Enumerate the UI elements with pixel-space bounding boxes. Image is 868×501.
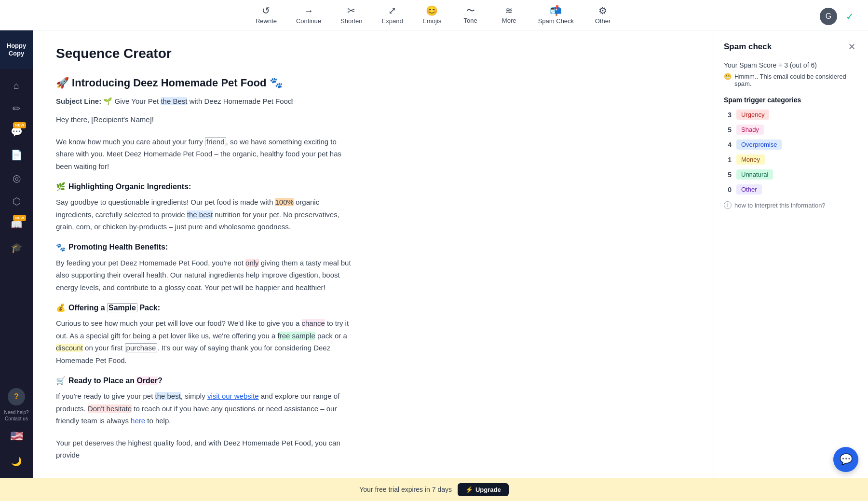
target-icon: ◎ [13,172,21,184]
toolbar-spamcheck-label: Spam Check [538,17,574,25]
toolbar-rewrite-label: Rewrite [256,17,277,25]
toolbar-expand-button[interactable]: ⤢ Expand [372,2,413,28]
check-button[interactable]: ✓ [841,8,858,25]
s3-hl5: purchase [125,343,158,352]
s4-hl3: Don't hesitate [88,404,132,413]
toolbar-tone-button[interactable]: 〜 Tone [451,2,490,28]
s3-hl3: free sample [278,332,315,340]
user-avatar-button[interactable]: G [820,8,837,25]
s1-hl2: the best [187,210,213,219]
sidebar-item-target[interactable]: ◎ [6,167,27,189]
section1-para: Say goodbye to questionable ingredients!… [56,196,355,233]
sidebar-item-team[interactable]: ⬡ [6,191,27,212]
section4-heading: 🛒 Ready to Place an Order? [56,376,355,385]
s2-hl: only [245,259,259,267]
team-icon: ⬡ [13,195,21,207]
toolbar-rewrite-button[interactable]: ↺ Rewrite [246,2,286,28]
logo-text: HoppyCopy [7,42,26,57]
chat-widget-icon: 💬 [840,453,853,466]
s4-hl2: visit our website [207,392,259,400]
spam-panel: Spam check ✕ Your Spam Score = 3 (out of… [714,30,868,478]
s3t3: pack or a [315,332,347,340]
section1-heading: 🌿 Highlighting Organic Ingredients: [56,182,355,191]
email-section: Sequence Creator 🚀 Introducing Deez Home… [56,46,355,461]
subject-icon: 🌱 [103,97,112,105]
section3-heading: 💰 Offering a Sample Pack: [56,303,355,312]
spam-category-row: 4 Overpromise [724,139,858,150]
spam-category-tag: Overpromise [736,139,782,150]
s4t2: , simply [181,392,207,400]
toolbar-other-button[interactable]: ⚙ Other [583,2,622,28]
top-right-actions: G ✓ [820,8,858,25]
s4h2: ? [158,376,163,385]
spam-note-text: Hmmm.. This email could be considered sp… [734,73,858,87]
spam-panel-title: Spam check [724,42,772,52]
toolbar-emojis-button[interactable]: 😊 Emojis [413,2,451,28]
section2-heading: 🐾 Promoting Health Benefits: [56,243,355,252]
sidebar-item-edit[interactable]: ✏ [6,98,27,119]
spam-info-row[interactable]: i how to interpret this information? [724,201,858,209]
expand-icon: ⤢ [388,6,396,15]
home-icon: ⌂ [14,80,19,91]
sidebar-item-book[interactable]: 📖 NEW [6,214,27,235]
trial-text: Your free trial expires in 7 days [359,486,452,493]
spam-category-count: 3 [724,111,732,119]
edit-icon: ✏ [13,103,21,114]
sidebar-bottom: ? Need help? Contact us 🇺🇸 🌙 [4,382,28,478]
sidebar-item-flag[interactable]: 🇺🇸 [6,426,27,447]
spam-panel-header: Spam check ✕ [724,40,858,54]
app-logo[interactable]: HoppyCopy [0,30,33,69]
spam-note-icon: 😬 [724,73,732,80]
spam-category-count: 1 [724,156,732,164]
sidebar-item-home[interactable]: ⌂ [6,75,27,96]
s3t1: Curious to see how much your pet will lo… [56,319,302,327]
section3-icon: 💰 [56,303,66,312]
section1-icon: 🌿 [56,182,66,191]
upgrade-label: Upgrade [475,486,501,493]
chat-widget[interactable]: 💬 [833,447,858,472]
section3-heading-text: Offering a Sample Pack: [68,304,160,312]
s3t4: on your first [83,344,125,352]
spam-category-tag: Money [736,154,765,165]
s1t1: Say goodbye to questionable ingredients!… [56,198,275,206]
toolbar-shorten-label: Shorten [340,17,363,25]
s4-hl: Order [136,376,158,385]
s3-hl4: discount [56,344,83,352]
section2-heading-text: Promoting Health Benefits: [68,243,168,251]
sidebar-item-cap[interactable]: 🎓 [6,237,27,258]
s2t1: By feeding your pet Deez Homemade Pet Fo… [56,259,245,267]
spam-category-tag: Urgency [736,110,769,120]
greeting: Hey there, [Recipient's Name]! [56,113,355,126]
spam-panel-close[interactable]: ✕ [845,40,858,54]
toolbar-spamcheck-button[interactable]: 📬 Spam Check [529,2,583,28]
doc-icon: 📄 [11,149,23,161]
upgrade-icon: ⚡ [465,486,473,493]
help-text[interactable]: ? [8,388,25,405]
sidebar-nav: ⌂ ✏ 💬 NEW 📄 ◎ ⬡ 📖 NEW 🎓 [6,69,27,382]
section2-para: By feeding your pet Deez Homemade Pet Fo… [56,257,355,294]
toolbar-more-button[interactable]: ≋ More [490,2,529,28]
s4t1: If you're ready to give your pet [56,392,155,400]
sidebar-item-chat[interactable]: 💬 NEW [6,121,27,142]
friend-highlight: friend [205,137,226,146]
spam-note: 😬 Hmmm.. This email could be considered … [724,73,858,87]
help-contact[interactable]: Need help? Contact us [4,409,28,422]
s1-hl1: 100% [275,198,293,206]
section2-icon: 🐾 [56,243,66,252]
spam-category-tag: Other [736,184,762,195]
toolbar-continue-button[interactable]: → Continue [286,2,331,28]
toolbar-shorten-button[interactable]: ✂ Shorten [331,2,372,28]
other-icon: ⚙ [598,6,607,15]
upgrade-button[interactable]: ⚡ Upgrade [458,483,509,496]
spam-category-tag: Shady [736,125,764,135]
page-title: Sequence Creator [56,46,355,61]
subject-highlight: the Best [161,97,187,105]
spamcheck-icon: 📬 [550,6,562,15]
sidebar-item-darkmode[interactable]: 🌙 [6,451,27,472]
cap-icon: 🎓 [11,242,23,253]
outro-para: Your pet deserves the highest quality fo… [56,437,355,461]
section1-heading-text: Highlighting Organic Ingredients: [68,182,191,191]
sidebar-item-doc[interactable]: 📄 [6,144,27,166]
toolbar-emojis-label: Emojis [422,17,441,25]
spam-score: Your Spam Score = 3 (out of 6) [724,61,858,69]
